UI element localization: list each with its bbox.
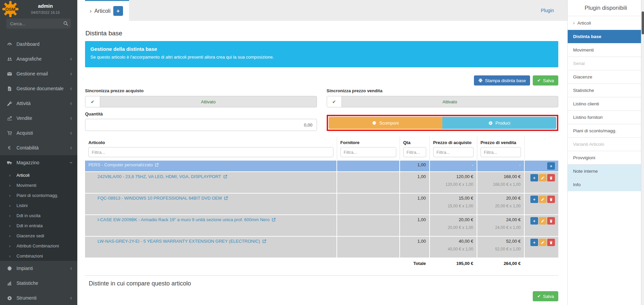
- row-purchase-detail: 120,00 € x 1,00: [433, 182, 473, 187]
- article-link[interactable]: I-CASE EW-2009BK - Armadio Rack 19" a mu…: [88, 217, 276, 222]
- plugin-item-label: Distinta base: [573, 34, 601, 39]
- article-link[interactable]: 242V8LA/00 - 23,8 75HZ, VA LED, HDMI, VG…: [88, 174, 227, 179]
- article-link-label: 242V8LA/00 - 23,8 75HZ, VA LED, HDMI, VG…: [97, 174, 221, 179]
- quantity-input[interactable]: [85, 119, 317, 131]
- chart-line-icon: [6, 115, 13, 121]
- produce-button[interactable]: Produci: [442, 117, 556, 129]
- add-button[interactable]: +: [530, 239, 538, 246]
- sidebar-item-acquisti[interactable]: Acquisti ‹: [0, 126, 77, 140]
- sidebar-subitem-combinazioni[interactable]: › Combinazioni: [0, 251, 77, 261]
- table-header-row: Articolo Fornitore Qta Prezzo di acquist…: [85, 137, 558, 146]
- edit-button[interactable]: [539, 239, 547, 246]
- sidebar-subitem-piani-sconto[interactable]: › Piani di sconto/magg.: [0, 190, 77, 200]
- delete-button[interactable]: [547, 239, 555, 246]
- sync-sale-toggle[interactable]: ✔ Attivato: [327, 96, 559, 107]
- edit-button[interactable]: [539, 174, 547, 181]
- article-link[interactable]: LW-NAS-GREY-2Y-EI - 5 YEARS WARRANTY EXT…: [88, 239, 266, 244]
- sidebar-item-dashboard[interactable]: Dashboard: [0, 37, 77, 52]
- quantity-field: Quantità: [85, 109, 317, 131]
- scrollbar-thumb[interactable]: [642, 11, 644, 34]
- plugin-item-piani-di-sconto[interactable]: Piani di sconto/magg.: [568, 124, 644, 137]
- filter-prezzo-acquisto-input[interactable]: [433, 147, 474, 157]
- sidebar-item-magazzino[interactable]: Magazzino ›: [0, 155, 77, 170]
- plugin-item-listino-clienti[interactable]: Listino clienti: [568, 97, 644, 110]
- check-icon: ✔: [91, 99, 94, 104]
- highlight-annotation: Scomponi Produci: [327, 115, 559, 131]
- sidebar-item-label: Vendite: [16, 115, 70, 121]
- add-component-button[interactable]: +: [547, 162, 555, 170]
- sidebar-subitem-ddt-uscita[interactable]: › Ddt in uscita: [0, 210, 77, 221]
- sidebar-subitem-label: Piani di sconto/magg.: [16, 193, 58, 198]
- plugin-item-giacenze[interactable]: Giacenze: [568, 70, 644, 83]
- edit-button[interactable]: [539, 217, 547, 225]
- gear-icon: [6, 295, 13, 301]
- delete-button[interactable]: [547, 217, 555, 225]
- chevron-right-icon: ›: [9, 193, 16, 198]
- tab-label: Articoli: [94, 8, 111, 14]
- plugin-item-provvigioni[interactable]: Provvigioni: [568, 151, 644, 164]
- save-button-top[interactable]: ✔ Salva: [533, 75, 558, 86]
- edit-button[interactable]: [539, 196, 547, 203]
- search-input[interactable]: [6, 19, 71, 29]
- plugin-item-note-interne[interactable]: Note interne: [568, 164, 644, 178]
- sidebar-item-strumenti[interactable]: Strumenti ‹: [0, 291, 77, 305]
- save-button-bottom[interactable]: ✔ Salva: [533, 291, 558, 301]
- component-row: 242V8LA/00 - 23,8 75HZ, VA LED, HDMI, VG…: [85, 172, 558, 193]
- trash-icon: [549, 219, 553, 223]
- plugin-item-statistiche[interactable]: Statistiche: [568, 83, 644, 97]
- article-link[interactable]: PERS - Computer personalizzato: [88, 162, 159, 167]
- sidebar-subitem-ddt-entrata[interactable]: › Ddt in entrata: [0, 221, 77, 231]
- external-link-icon: [224, 196, 228, 200]
- chevron-left-icon: ‹: [70, 295, 72, 301]
- filter-articolo-input[interactable]: [88, 147, 333, 157]
- plugin-link[interactable]: Plugin: [541, 8, 554, 13]
- print-bom-button[interactable]: Stampa distinta base: [474, 75, 530, 86]
- trash-icon: [549, 241, 553, 244]
- plugin-item-movimenti[interactable]: Movimenti: [568, 43, 644, 57]
- sidebar-subitem-giacenze-sedi[interactable]: › Giacenze sedi: [0, 231, 77, 241]
- username: admin: [16, 3, 75, 9]
- sidebar-subitem-movimenti[interactable]: › Movimenti: [0, 180, 77, 190]
- delete-button[interactable]: [547, 174, 555, 181]
- scrollbar[interactable]: [641, 0, 644, 305]
- sidebar-item-vendite[interactable]: Vendite ‹: [0, 111, 77, 126]
- osm-logo[interactable]: OSM: [2, 1, 18, 17]
- external-link-icon: [223, 175, 227, 179]
- sidebar-subitem-articoli[interactable]: › Articoli: [0, 170, 77, 180]
- sidebar-subitem-listini[interactable]: › Listini: [0, 200, 77, 210]
- sidebar-item-attivita[interactable]: Attività ‹: [0, 96, 77, 111]
- filter-fornitore-input[interactable]: [340, 147, 396, 157]
- chevron-left-icon: ‹: [70, 145, 72, 150]
- add-button[interactable]: +: [530, 196, 538, 203]
- toggle-state-label: Attivato: [100, 96, 317, 107]
- plugin-item-listino-fornitori[interactable]: Listino fornitori: [568, 110, 644, 124]
- sidebar-item-gestione-email[interactable]: Gestione email ‹: [0, 66, 77, 81]
- plugin-item-info[interactable]: Info: [568, 178, 644, 191]
- filter-prezzo-vendita-input[interactable]: [481, 147, 521, 157]
- add-button[interactable]: +: [530, 217, 538, 225]
- sidebar-item-gestione-documentale[interactable]: Gestione documentale ‹: [0, 81, 77, 96]
- sidebar-item-anagrafiche[interactable]: Anagrafiche ‹: [0, 52, 77, 66]
- sidebar-subitem-attributi-combinazioni[interactable]: › Attributi Combinazioni: [0, 241, 77, 251]
- search-icon[interactable]: [63, 21, 68, 26]
- decompose-button[interactable]: Scomponi: [329, 117, 443, 129]
- pencil-icon: [541, 198, 545, 201]
- tab-articoli[interactable]: › Articoli +: [85, 0, 129, 21]
- sync-purchase-toggle[interactable]: ✔ Attivato: [85, 96, 317, 107]
- col-header-prezzo-vendita: Prezzo di vendita: [477, 137, 524, 146]
- plugin-item-label: Piani di sconto/magg.: [573, 128, 616, 133]
- sidebar-item-contabilita[interactable]: € Contabilità ‹: [0, 140, 77, 155]
- table-filter-row: [85, 146, 558, 160]
- total-label: Totale: [400, 258, 430, 269]
- sidebar-item-statistiche[interactable]: Statistiche: [0, 276, 77, 291]
- component-row: I-CASE EW-2009BK - Armadio Rack 19" a mu…: [85, 215, 558, 236]
- add-button[interactable]: +: [530, 174, 538, 181]
- delete-button[interactable]: [547, 196, 555, 203]
- article-link[interactable]: FQC-08913 - WINDOWS 10 PROFESSIONAL 64BI…: [88, 196, 228, 201]
- plugin-item-distinta-base[interactable]: Distinta base: [568, 30, 644, 43]
- add-tab-button[interactable]: +: [113, 6, 123, 16]
- sidebar-item-impianti[interactable]: Impianti ‹: [0, 261, 77, 276]
- sidebar-subitem-label: Giacenze sedi: [16, 233, 44, 238]
- filter-qta-input[interactable]: [403, 147, 426, 157]
- plugin-item-articoli[interactable]: › Articoli: [568, 16, 644, 30]
